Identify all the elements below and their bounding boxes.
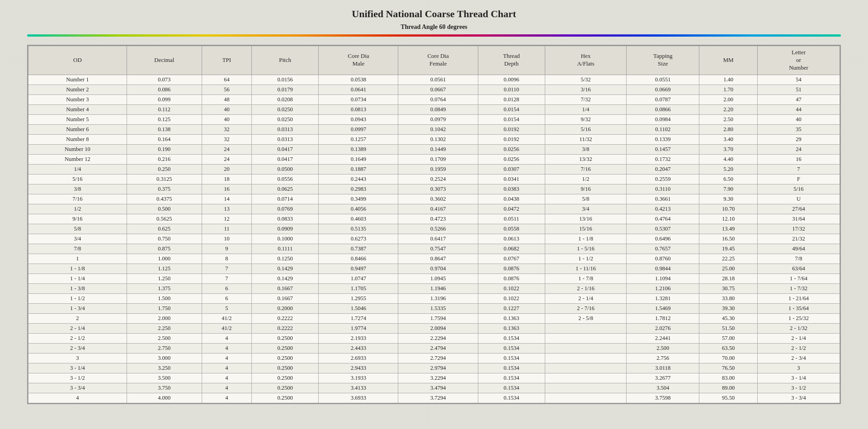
table-cell: 1 - 1/8: [545, 234, 626, 244]
table-cell: 1.0945: [398, 273, 478, 283]
page-subtitle: Thread Angle 60 degrees: [27, 24, 841, 31]
table-cell: 0.375: [127, 184, 202, 194]
table-cell: 0.0417: [252, 144, 319, 154]
table-cell: 13/16: [545, 214, 626, 224]
table-cell: 9.30: [699, 194, 758, 204]
table-row: 3 - 3/43.75040.25003.41333.47940.15343.5…: [28, 383, 840, 393]
table-cell: 2.20: [699, 104, 758, 114]
table-cell: 57.00: [699, 333, 758, 343]
table-cell: 0.2000: [252, 303, 319, 313]
table-cell: 3/16: [545, 85, 626, 94]
col-header-tapping-size: TappingSize: [627, 46, 699, 75]
table-cell: 1 - 7/32: [757, 283, 840, 293]
table-cell: 6: [202, 293, 251, 303]
table-cell: 0.0669: [627, 85, 699, 94]
table-cell: 13.49: [699, 224, 758, 234]
table-cell: 0.2047: [627, 164, 699, 174]
table-cell: 0.9844: [627, 264, 699, 273]
table-cell: 2.9794: [398, 363, 478, 373]
table-cell: 1 - 7/64: [757, 273, 840, 283]
table-cell: 89.00: [699, 383, 758, 393]
table-cell: 0.5307: [627, 224, 699, 234]
table-cell: 0.0767: [478, 254, 545, 264]
table-cell: 2.000: [127, 313, 202, 323]
table-cell: 0.0383: [478, 184, 545, 194]
table-cell: 0.0313: [252, 134, 319, 144]
table-cell: 5/16: [28, 174, 127, 184]
table-cell: 3.7598: [627, 393, 699, 403]
table-cell: 2: [28, 313, 127, 323]
table-cell: 0.0438: [478, 194, 545, 204]
table-cell: 1 - 11/16: [545, 264, 626, 273]
table-cell: 2 - 1/4: [28, 323, 127, 333]
table-cell: 0.5266: [398, 224, 478, 234]
table-cell: 32: [202, 124, 251, 134]
table-cell: 0.0417: [252, 154, 319, 164]
col-header-core-dia-male: Core DiaMale: [319, 46, 398, 75]
table-cell: 35: [757, 124, 840, 134]
table-cell: 0.2500: [252, 343, 319, 353]
table-cell: 1.7812: [627, 313, 699, 323]
table-cell: 0.2524: [398, 174, 478, 184]
table-cell: 0.3073: [398, 184, 478, 194]
table-cell: 0.164: [127, 134, 202, 144]
table-cell: 0.0551: [627, 75, 699, 85]
table-cell: 0.1429: [252, 273, 319, 283]
table-cell: 16: [757, 154, 840, 164]
table-cell: 1.125: [127, 264, 202, 273]
table-header-row: OD Decimal TPI Pitch Core DiaMale Core D…: [28, 46, 840, 75]
table-cell: 0.7387: [319, 244, 398, 254]
table-cell: 0.0472: [478, 204, 545, 214]
table-cell: 7/8: [28, 244, 127, 254]
table-row: 22.00041/20.22221.72741.75940.13632 - 5/…: [28, 313, 840, 323]
table-cell: 12.10: [699, 214, 758, 224]
table-cell: 3.2294: [398, 373, 478, 383]
table-cell: 1 - 35/64: [757, 303, 840, 313]
table-cell: 63/64: [757, 264, 840, 273]
table-cell: 13/32: [545, 154, 626, 164]
table-cell: 3.504: [627, 383, 699, 393]
table-cell: 0.1257: [319, 134, 398, 144]
table-cell: 0.0682: [478, 244, 545, 254]
table-cell: 47: [757, 94, 840, 104]
table-cell: 3/8: [545, 144, 626, 154]
table-cell: 18: [202, 174, 251, 184]
col-header-hex-aflats: HexA/Flats: [545, 46, 626, 75]
table-row: 1 - 3/81.37560.16671.17051.19460.10222 -…: [28, 283, 840, 293]
table-cell: 1 - 1/2: [28, 293, 127, 303]
table-cell: 0.1389: [319, 144, 398, 154]
table-cell: 0.1534: [478, 363, 545, 373]
col-header-tpi: TPI: [202, 46, 251, 75]
table-cell: 1.5046: [319, 303, 398, 313]
table-cell: 24: [202, 144, 251, 154]
table-cell: 0.125: [127, 114, 202, 124]
table-cell: 0.0156: [252, 75, 319, 85]
table-cell: 63.50: [699, 343, 758, 353]
table-cell: 2 - 1/4: [757, 333, 840, 343]
table-cell: 0.9497: [319, 264, 398, 273]
table-cell: 7/16: [28, 194, 127, 204]
table-cell: 0.3110: [627, 184, 699, 194]
table-cell: 0.0984: [627, 114, 699, 124]
table-body: Number 10.073640.01560.05380.05610.00965…: [28, 75, 840, 403]
table-cell: 0.2500: [252, 383, 319, 393]
table-cell: 0.0208: [252, 94, 319, 104]
table-cell: 1.9774: [319, 323, 398, 333]
table-cell: Number 6: [28, 124, 127, 134]
table-cell: 9/16: [545, 184, 626, 194]
table-cell: 10: [202, 234, 251, 244]
table-cell: 5/32: [545, 75, 626, 85]
table-row: 2 - 1/42.25041/20.22221.97742.00940.1363…: [28, 323, 840, 333]
table-cell: 31/64: [757, 214, 840, 224]
table-cell: 0.1959: [398, 164, 478, 174]
table-cell: 1.750: [127, 303, 202, 313]
table-cell: 2.80: [699, 124, 758, 134]
table-cell: 7/16: [545, 164, 626, 174]
table-cell: 3.2677: [627, 373, 699, 383]
table-row: Number 20.086560.01790.06410.06670.01103…: [28, 85, 840, 94]
table-cell: 3 - 1/2: [28, 373, 127, 383]
table-cell: 6: [202, 283, 251, 293]
col-header-decimal: Decimal: [127, 46, 202, 75]
table-cell: 0.2559: [627, 174, 699, 184]
table-cell: 11: [202, 224, 251, 234]
